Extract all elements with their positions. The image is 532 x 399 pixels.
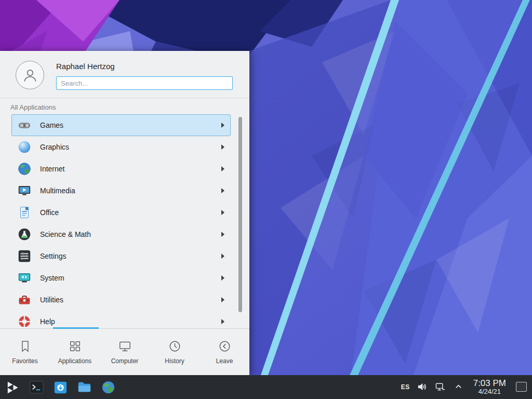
system-tray: ES 7:03 PM 4/24/21: [401, 379, 528, 396]
leave-icon: [218, 339, 232, 353]
application-launcher-menu: Raphael Hertzog All Applications Games G…: [0, 51, 249, 375]
user-avatar[interactable]: [16, 61, 44, 89]
network-icon[interactable]: [435, 381, 446, 393]
clock-icon: [168, 339, 182, 353]
header-divider: [0, 98, 249, 98]
toolbox-icon: [17, 292, 32, 308]
flask-icon: [17, 227, 32, 242]
user-icon: [21, 66, 39, 84]
discover-icon[interactable]: [52, 379, 69, 396]
category-help[interactable]: Help: [11, 311, 231, 327]
category-multimedia[interactable]: Multimedia: [11, 180, 231, 202]
category-settings[interactable]: Settings: [11, 245, 231, 267]
submenu-arrow-icon: [221, 319, 224, 324]
category-label: Settings: [40, 252, 66, 260]
category-label: Utilities: [40, 296, 63, 304]
sliders-icon: [17, 248, 32, 264]
submenu-arrow-icon: [221, 254, 224, 259]
application-category-list: Games Graphics Internet Multimedia: [0, 114, 249, 327]
submenu-arrow-icon: [221, 144, 224, 150]
category-label: Office: [40, 208, 59, 217]
bookmark-icon: [18, 339, 32, 353]
category-internet[interactable]: Internet: [11, 158, 231, 180]
category-games[interactable]: Games: [11, 114, 231, 136]
category-label: Help: [40, 317, 55, 326]
show-desktop-button[interactable]: [516, 382, 527, 392]
category-label: Science & Math: [40, 230, 91, 238]
submenu-arrow-icon: [221, 123, 224, 128]
category-office[interactable]: Office: [11, 202, 231, 223]
expand-tray-icon[interactable]: [453, 381, 464, 393]
user-name: Raphael Hertzog: [56, 62, 115, 71]
help-ring-icon: [17, 314, 32, 327]
digital-clock[interactable]: 7:03 PM 4/24/21: [471, 379, 508, 396]
system-monitor-icon: [17, 270, 32, 286]
web-browser-icon[interactable]: [100, 379, 117, 396]
file-manager-icon[interactable]: [76, 379, 93, 396]
submenu-arrow-icon: [221, 188, 224, 193]
tab-history[interactable]: History: [150, 329, 200, 375]
tab-label: Computer: [111, 357, 139, 365]
search-input[interactable]: [56, 76, 233, 90]
active-tab-indicator: [53, 327, 99, 329]
submenu-arrow-icon: [221, 275, 224, 281]
terminal-icon[interactable]: [28, 379, 45, 396]
category-label: Internet: [40, 165, 64, 173]
category-utilities[interactable]: Utilities: [11, 289, 231, 311]
keyboard-layout-indicator[interactable]: ES: [401, 383, 410, 391]
tab-leave[interactable]: Leave: [200, 329, 249, 375]
submenu-arrow-icon: [221, 232, 224, 237]
list-scrollbar[interactable]: [238, 117, 242, 312]
category-label: Multimedia: [40, 187, 75, 195]
submenu-arrow-icon: [221, 166, 224, 171]
computer-icon: [118, 339, 132, 353]
tab-favorites[interactable]: Favorites: [0, 329, 50, 375]
tab-label: Leave: [216, 357, 233, 365]
tab-label: Applications: [58, 357, 92, 365]
category-graphics[interactable]: Graphics: [11, 136, 231, 158]
tab-computer[interactable]: Computer: [100, 329, 150, 375]
clock-time: 7:03 PM: [473, 379, 506, 389]
category-label: System: [40, 274, 64, 282]
tab-label: Favorites: [12, 357, 37, 365]
category-label: Games: [40, 121, 63, 129]
tab-label: History: [165, 357, 184, 365]
clock-date: 4/24/21: [478, 388, 501, 395]
category-science-math[interactable]: Science & Math: [11, 223, 231, 245]
taskbar-panel: ES 7:03 PM 4/24/21: [0, 375, 532, 399]
submenu-arrow-icon: [221, 210, 224, 215]
monitor-play-icon: [17, 183, 32, 198]
document-icon: [17, 205, 32, 220]
gamepad-icon: [17, 117, 32, 133]
app-launcher-icon[interactable]: [4, 379, 21, 396]
volume-icon[interactable]: [417, 381, 428, 393]
section-label: All Applications: [10, 103, 249, 111]
grid-icon: [68, 339, 82, 353]
submenu-arrow-icon: [221, 297, 224, 302]
launcher-footer: Favorites Applications Computer History: [0, 328, 249, 375]
graphics-orb-icon: [17, 139, 32, 155]
launcher-header: Raphael Hertzog: [0, 51, 249, 98]
category-label: Graphics: [40, 143, 69, 151]
category-system[interactable]: System: [11, 267, 231, 289]
globe-icon: [17, 161, 32, 177]
tab-applications[interactable]: Applications: [50, 329, 100, 375]
